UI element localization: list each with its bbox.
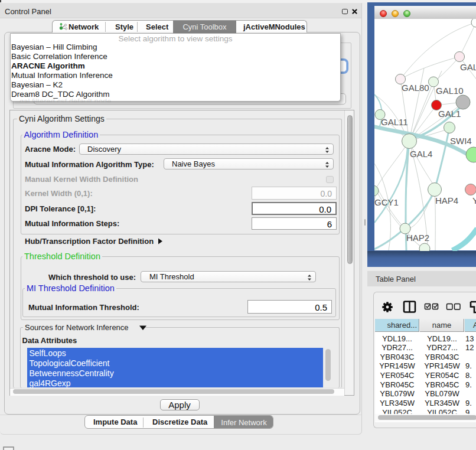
svg-text:GAL4: GAL4 [410, 149, 432, 159]
svg-text:YB: YB [472, 195, 476, 206]
svg-text:HAP2: HAP2 [406, 233, 429, 243]
svg-text:SWI4: SWI4 [450, 136, 472, 146]
svg-text:GAL10: GAL10 [436, 86, 464, 96]
svg-text:GAL11: GAL11 [381, 117, 408, 127]
svg-text:GAL80: GAL80 [402, 83, 429, 93]
svg-text:GAL1: GAL1 [438, 109, 461, 119]
svg-text:HAP4: HAP4 [435, 195, 458, 206]
svg-text:GCY1: GCY1 [374, 197, 399, 207]
svg-text:GAL7: GAL7 [460, 62, 476, 72]
